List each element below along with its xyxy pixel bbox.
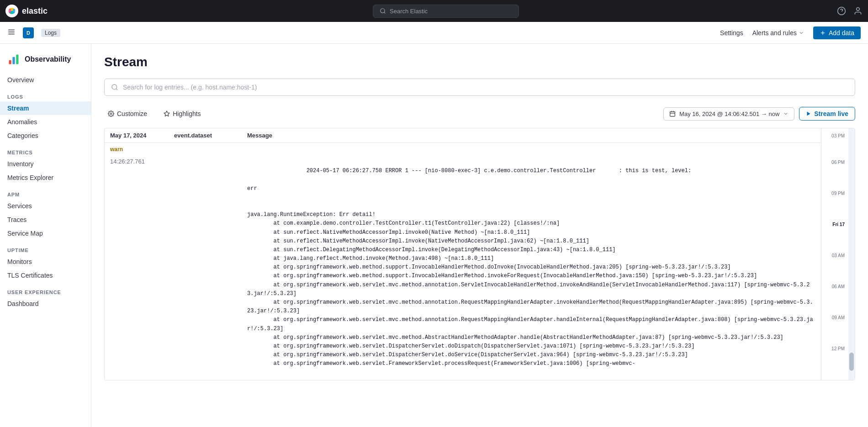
- user-icon[interactable]: [853, 6, 863, 16]
- svg-rect-16: [12, 57, 15, 64]
- table-header-row: May 17, 2024 event.dataset Message: [105, 128, 821, 143]
- timeline-label-5: 03 AM: [828, 252, 848, 260]
- sidebar-section-metrics: Metrics: [0, 142, 91, 157]
- customize-icon: [108, 111, 114, 117]
- top-navigation-bar: elastic Search Elastic: [0, 0, 868, 22]
- alerts-rules-label: Alerts and rules: [752, 29, 797, 37]
- log-search-placeholder: Search for log entries... (e.g. host.nam…: [123, 84, 257, 91]
- sidebar-section-user-experience: User Experience: [0, 282, 91, 297]
- svg-line-5: [384, 12, 386, 14]
- sidebar-item-inventory[interactable]: Inventory: [0, 157, 91, 171]
- menu-icon: [7, 28, 16, 36]
- log-table: May 17, 2024 event.dataset Message warn: [105, 128, 821, 380]
- svg-point-8: [857, 8, 860, 11]
- elastic-logo[interactable]: elastic: [5, 5, 48, 17]
- sidebar-item-overview[interactable]: Overview: [0, 73, 91, 87]
- sidebar: Observability Overview Logs Stream Anoma…: [0, 44, 91, 427]
- log-message-content: 2024-05-17 06:26:27.758 ERROR 1 --- [nio…: [247, 158, 815, 377]
- toolbar-right: May 16, 2024 @ 14:06:42.501 → now Stream…: [663, 107, 855, 121]
- log-toolbar: Customize Highlights May 16, 2024 @ 14:0…: [104, 103, 855, 124]
- sidebar-item-traces[interactable]: Traces: [0, 213, 91, 227]
- svg-marker-21: [164, 111, 169, 116]
- svg-point-18: [112, 84, 117, 90]
- highlights-label: Highlights: [173, 110, 201, 117]
- breadcrumb-tag: Logs: [41, 29, 60, 37]
- log-search-icon: [111, 84, 118, 91]
- timeline-label-4: Fri 17: [829, 221, 848, 229]
- tls-certificates-label: TLS Certificates: [7, 272, 53, 279]
- log-message-header: 2024-05-17 06:26:27.758 ERROR 1 --- [nio…: [307, 168, 692, 174]
- brand-name: elastic: [22, 6, 48, 16]
- sidebar-item-anomalies[interactable]: Anomalies: [0, 115, 91, 129]
- sidebar-section-apm: APM: [0, 185, 91, 199]
- log-dataset-warn: [169, 143, 242, 156]
- sidebar-item-monitors[interactable]: Monitors: [0, 255, 91, 269]
- add-data-label: Add data: [829, 29, 854, 37]
- sidebar-item-service-map[interactable]: Service Map: [0, 227, 91, 240]
- hamburger-menu[interactable]: [7, 28, 16, 37]
- svg-rect-15: [9, 60, 11, 64]
- svg-marker-26: [807, 112, 810, 116]
- log-timestamp: 14:26:27.761: [110, 158, 145, 165]
- date-range-value: May 16, 2024 @ 14:06:42.501 → now: [679, 111, 779, 117]
- log-level-warn: warn: [110, 146, 123, 153]
- log-timestamp-cell: 14:26:27.761: [105, 155, 169, 380]
- stream-live-button[interactable]: Stream live: [799, 107, 855, 121]
- services-label: Services: [7, 202, 32, 210]
- stream-label: Stream: [7, 105, 29, 112]
- stream-live-label: Stream live: [814, 110, 848, 117]
- page-title: Stream: [104, 55, 855, 69]
- traces-label: Traces: [7, 216, 26, 223]
- col-header-date: May 17, 2024: [105, 128, 169, 143]
- monitors-label: Monitors: [7, 258, 32, 265]
- app-layout: Observability Overview Logs Stream Anoma…: [0, 44, 868, 427]
- svg-line-19: [116, 89, 117, 90]
- sidebar-item-services[interactable]: Services: [0, 199, 91, 213]
- log-table-area: May 17, 2024 event.dataset Message warn: [105, 128, 821, 380]
- add-data-button[interactable]: Add data: [813, 26, 861, 39]
- timeline-sidebar: 03 PM 06 PM 09 PM Fri 17 03 AM 06 AM 09 …: [821, 128, 848, 380]
- chevron-down-calendar-icon: [783, 111, 789, 116]
- sidebar-item-dashboard[interactable]: Dashboard: [0, 297, 91, 311]
- overview-label: Overview: [7, 76, 34, 84]
- log-warn-cell: warn: [105, 143, 169, 156]
- breadcrumb-avatar: D: [23, 27, 34, 38]
- sidebar-item-stream[interactable]: Stream: [0, 101, 91, 115]
- categories-label: Categories: [7, 132, 38, 139]
- sidebar-item-metrics-explorer[interactable]: Metrics Explorer: [0, 171, 91, 185]
- anomalies-label: Anomalies: [7, 118, 37, 126]
- inventory-label: Inventory: [7, 160, 34, 168]
- sidebar-item-categories[interactable]: Categories: [0, 129, 91, 142]
- dashboard-label: Dashboard: [7, 300, 39, 307]
- timeline-label-8: 12 PM: [828, 345, 848, 353]
- scroll-bar[interactable]: [848, 128, 855, 380]
- help-icon[interactable]: [837, 6, 846, 16]
- alerts-rules-dropdown[interactable]: Alerts and rules: [752, 29, 804, 37]
- timeline-label-6: 06 AM: [828, 283, 848, 291]
- timeline-label-7: 09 AM: [828, 314, 848, 322]
- svg-point-3: [13, 9, 16, 13]
- plus-icon: [820, 30, 826, 36]
- date-range-picker[interactable]: May 16, 2024 @ 14:06:42.501 → now: [663, 107, 794, 121]
- svg-point-20: [110, 113, 112, 115]
- svg-point-4: [381, 9, 385, 13]
- highlights-icon: [164, 111, 170, 117]
- topbar-actions: [837, 6, 863, 16]
- customize-button[interactable]: Customize: [104, 108, 151, 119]
- highlights-button[interactable]: Highlights: [160, 108, 204, 119]
- global-search-box[interactable]: Search Elastic: [373, 5, 519, 18]
- log-level-err: err: [247, 185, 257, 192]
- service-map-label: Service Map: [7, 230, 43, 237]
- sidebar-section-uptime: Uptime: [0, 240, 91, 255]
- log-stacktrace: java.lang.RuntimeException: Err detail! …: [247, 211, 813, 367]
- sidebar-item-tls-certificates[interactable]: TLS Certificates: [0, 269, 91, 282]
- search-icon: [380, 8, 386, 14]
- observability-logo: [7, 53, 20, 66]
- customize-label: Customize: [117, 110, 147, 117]
- second-bar-right-actions: Settings Alerts and rules Add data: [720, 26, 861, 39]
- settings-link[interactable]: Settings: [720, 29, 743, 37]
- secondary-navigation-bar: D Logs Settings Alerts and rules Add dat…: [0, 22, 868, 44]
- svg-rect-17: [16, 55, 18, 64]
- log-search-bar[interactable]: Search for log entries... (e.g. host.nam…: [104, 79, 855, 96]
- timeline-label-2: 06 PM: [828, 158, 848, 167]
